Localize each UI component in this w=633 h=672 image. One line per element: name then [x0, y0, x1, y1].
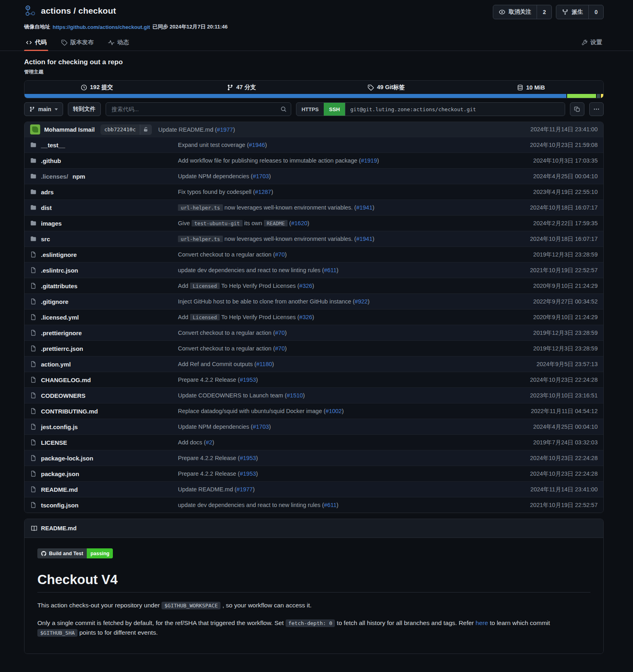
file-link[interactable]: tsconfig.json [41, 502, 78, 509]
file-link[interactable]: adrs [41, 189, 54, 195]
inline-link[interactable]: here [476, 619, 488, 626]
mirror-repo-icon [24, 5, 36, 17]
file-link[interactable]: CHANGELOG.md [41, 377, 91, 383]
tab-code[interactable]: 代码 [24, 35, 48, 51]
file-link[interactable]: LICENSE [41, 439, 67, 446]
file-link[interactable]: .github [41, 157, 61, 164]
language-segment[interactable] [567, 94, 596, 98]
table-row: .githubAdd workflow file for publishing … [25, 153, 603, 168]
clone-url-field[interactable]: git@git.luting.zone:actions/checkout.git [345, 103, 565, 116]
stat-commits[interactable]: 192 提交 [25, 81, 169, 94]
language-segment[interactable] [25, 94, 566, 98]
inline-link[interactable]: #1287 [255, 189, 271, 195]
file-link[interactable]: .prettierignore [41, 330, 82, 336]
code-search-box [106, 102, 291, 116]
file-link[interactable]: npm [73, 173, 86, 180]
file-link[interactable]: action.yml [41, 361, 71, 368]
inline-code: $GITHUB_WORKSPACE [161, 602, 221, 609]
inline-link[interactable]: #1510 [287, 392, 303, 399]
file-link[interactable]: src [41, 236, 50, 242]
file-link[interactable]: CONTRIBUTING.md [41, 408, 98, 415]
https-toggle[interactable]: HTTPS [296, 103, 324, 116]
file-link[interactable]: .prettierrc.json [41, 345, 83, 352]
clock-icon [81, 84, 87, 91]
inline-link[interactable]: #70 [275, 330, 285, 336]
build-status-badge[interactable]: Build and Test passing [37, 548, 113, 558]
inline-link[interactable]: #1180 [256, 361, 272, 367]
manage-topics-link[interactable]: 管理主题 [24, 69, 43, 75]
file-link[interactable]: .eslintignore [41, 251, 77, 258]
inline-link[interactable]: #70 [275, 251, 285, 258]
file-link[interactable]: .eslintrc.json [41, 267, 78, 274]
code-search-input[interactable] [112, 106, 280, 112]
avatar[interactable] [30, 124, 40, 134]
readme-panel: README.md Build and Test passing Checkou… [24, 519, 604, 654]
inline-link[interactable]: #1946 [249, 142, 265, 148]
file-link[interactable]: README.md [41, 486, 78, 493]
search-icon[interactable] [280, 106, 287, 112]
ssh-toggle[interactable]: SSH [324, 103, 345, 116]
file-commit-message: Update CODEOWNERS to Launch team (#1510) [178, 392, 522, 399]
inline-link[interactable]: #2 [206, 439, 212, 446]
stat-size[interactable]: 10 MiB [459, 81, 603, 94]
goto-file-button[interactable]: 转到文件 [68, 102, 101, 116]
inline-link[interactable]: #1620 [291, 220, 307, 226]
badge-label: Build and Test [49, 551, 83, 556]
repo-name-link[interactable]: checkout [78, 6, 116, 15]
inline-link[interactable]: #611 [324, 267, 337, 273]
inline-link[interactable]: #1977 [237, 486, 253, 493]
file-link[interactable]: jest.config.js [41, 424, 78, 430]
stat-tags[interactable]: 49 Git标签 [314, 81, 459, 94]
inline-link[interactable]: #1953 [240, 455, 256, 461]
fork-icon [562, 9, 568, 15]
inline-link[interactable]: #326 [299, 283, 312, 289]
file-link[interactable]: .licensed.yml [41, 314, 79, 321]
file-link[interactable]: images [41, 220, 62, 227]
text-segment: ) [265, 142, 267, 148]
inline-link[interactable]: #1941 [356, 236, 372, 242]
fork-button[interactable]: 派生 [556, 5, 588, 19]
inline-link[interactable]: #1977 [217, 126, 233, 133]
file-link[interactable]: package.json [41, 470, 79, 477]
forks-count[interactable]: 0 [588, 5, 603, 19]
mirror-url-link[interactable]: https://github.com/actions/checkout.git [53, 24, 150, 30]
file-icon [30, 377, 37, 383]
copy-url-button[interactable] [570, 102, 584, 116]
tab-settings[interactable]: 设置 [580, 35, 604, 51]
text-segment: ) [303, 392, 305, 399]
repo-owner-link[interactable]: actions [41, 6, 71, 15]
inline-link[interactable]: #1941 [356, 204, 372, 211]
page-title: actions / checkout [41, 6, 116, 16]
file-link[interactable]: .gitattributes [41, 283, 78, 289]
commit-author-link[interactable]: Mohammad Ismail [44, 126, 95, 133]
inline-link[interactable]: #326 [299, 314, 312, 320]
inline-link[interactable]: #1953 [240, 377, 256, 383]
watchers-count[interactable]: 2 [537, 5, 551, 19]
inline-link[interactable]: #1953 [240, 470, 256, 477]
inline-link[interactable]: #70 [275, 345, 285, 352]
stat-branches[interactable]: 47 分支 [169, 81, 314, 94]
unwatch-button[interactable]: 取消关注 [493, 5, 537, 19]
branch-selector[interactable]: main [24, 102, 63, 116]
tab-releases[interactable]: 版本发布 [59, 35, 95, 51]
file-link[interactable]: dist [41, 204, 52, 211]
language-segment[interactable] [601, 94, 603, 98]
inline-link[interactable]: #1703 [253, 424, 269, 430]
inline-link[interactable]: #1919 [361, 157, 377, 164]
inline-link[interactable]: #611 [324, 502, 337, 508]
file-link[interactable]: package-lock.json [41, 455, 93, 462]
file-link[interactable]: __test__ [41, 142, 65, 149]
tab-activity[interactable]: 动态 [106, 35, 131, 51]
inline-link[interactable]: #1703 [253, 173, 269, 179]
file-link[interactable]: .gitignore [41, 298, 68, 305]
text-segment: Update README.md ( [178, 486, 237, 493]
more-options-button[interactable] [589, 102, 604, 116]
commit-sha-chip[interactable]: cbb722410c [100, 124, 152, 135]
inline-link[interactable]: #1002 [326, 408, 342, 414]
language-segment[interactable] [597, 94, 600, 98]
inline-link[interactable]: #922 [355, 298, 368, 305]
file-path-prefix[interactable]: .licenses/ [41, 173, 68, 180]
language-bar[interactable] [25, 94, 603, 98]
file-commit-message: Add Licensed To Help Verify Prod License… [178, 283, 525, 289]
file-link[interactable]: CODEOWNERS [41, 392, 86, 399]
